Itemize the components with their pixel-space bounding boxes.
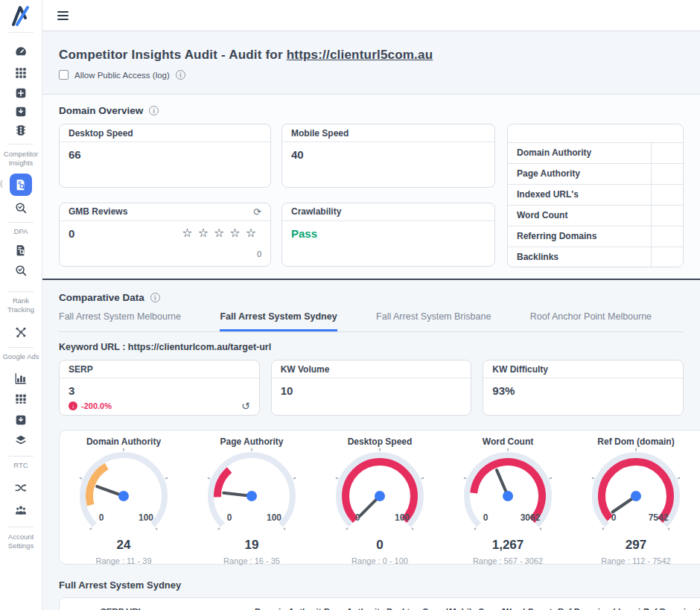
allow-public-access-checkbox[interactable]: [59, 70, 69, 80]
column-header-mobile-speed: Mobile Speed: [449, 607, 504, 610]
reset-icon[interactable]: ↺: [241, 401, 250, 411]
bar-chart-icon[interactable]: [14, 372, 28, 385]
divider: [8, 456, 34, 457]
tab-fall-arrest-melbourne[interactable]: Fall Arrest System Melbourne: [59, 311, 181, 329]
sidebar-group-account-settings: Account Settings: [0, 533, 42, 550]
table-row: Indexed URL's: [508, 184, 683, 205]
import-box-icon[interactable]: [14, 105, 28, 118]
svg-text:100: 100: [395, 512, 410, 523]
column-header-word-count: Word Count: [503, 607, 553, 610]
column-header-desktop-speed: Desktop Speed: [386, 607, 448, 610]
tab-roof-anchor-melbourne[interactable]: Roof Anchor Point Melbourne: [530, 311, 652, 329]
kw-difficulty-card: KW Difficulty 93%: [483, 360, 684, 416]
keyword-url-label: Keyword URL : https://clienturlcom.au/ta…: [59, 342, 684, 352]
shuffle-icon[interactable]: [14, 481, 28, 495]
mobile-speed-card: Mobile Speed 40: [281, 124, 495, 188]
table-row: Referring Domains: [508, 226, 683, 247]
svg-text:3062: 3062: [521, 512, 541, 523]
client-url-link[interactable]: https://clienturl5com.au: [287, 48, 433, 62]
table-header-row: [508, 124, 683, 142]
sidebar-group-rtc: RTC: [13, 461, 28, 470]
kw-volume-card: KW Volume 10: [271, 360, 472, 416]
divider: [8, 32, 34, 33]
serp-value: 3: [69, 384, 74, 397]
crawlability-card: Crawlability Pass: [281, 203, 495, 267]
main-content: Competitor Insights Audit - Audit for ht…: [42, 0, 700, 610]
sidebar: Competitor Insights DPA Rank Tracking Go…: [0, 0, 42, 610]
divider: [8, 222, 34, 223]
full-arrest-heading: Full Arrest System Sydney: [59, 579, 684, 591]
svg-text:0: 0: [355, 512, 360, 523]
app-logo[interactable]: [10, 5, 31, 26]
add-square-icon[interactable]: [14, 86, 28, 100]
table-row: Domain Authority: [508, 142, 683, 163]
keyword-tabs: Fall Arrest System Melbourne Fall Arrest…: [59, 309, 684, 332]
svg-text:0: 0: [611, 512, 617, 523]
table-row: Page Authority: [508, 163, 683, 184]
desktop-speed-card: Desktop Speed 66: [59, 124, 271, 188]
comparative-data-section: Comparative Data i Fall Arrest System Me…: [42, 280, 700, 610]
page-title: Competitor Insights Audit - Audit for ht…: [59, 48, 684, 63]
gauge-domain-authority: Domain Authority 0100 24 Range : 11 - 39: [60, 436, 188, 564]
divider: [8, 144, 34, 144]
import-box-icon[interactable]: [14, 413, 28, 427]
divider: [8, 527, 34, 527]
svg-text:100: 100: [267, 512, 281, 523]
gauge-chart: 0100: [316, 448, 443, 538]
gauges-panel: Domain Authority 0100 24 Range : 11 - 39…: [59, 430, 700, 565]
table-row: Backlinks: [508, 247, 683, 267]
info-icon[interactable]: i: [176, 70, 185, 80]
dpa-audit-icon[interactable]: [14, 244, 28, 257]
search-check-icon[interactable]: [14, 201, 28, 215]
domain-overview-heading: Domain Overview: [59, 105, 143, 116]
sidebar-group-rank-tracking: Rank Tracking: [0, 296, 42, 314]
column-header-domain-authority: Domain Authority: [255, 607, 326, 610]
topbar: [42, 0, 700, 31]
apps-grid-icon[interactable]: [14, 66, 28, 80]
svg-text:0: 0: [99, 512, 104, 523]
mobile-speed-value: 40: [291, 148, 304, 161]
competitor-audit-icon[interactable]: [10, 174, 32, 196]
column-header-ref-domains-page: Ref Domains (Pag: [643, 607, 700, 610]
allow-public-access-label: Allow Public Access (log): [74, 71, 170, 80]
svg-text:100: 100: [139, 512, 153, 523]
svg-text:0: 0: [227, 512, 232, 523]
comparative-data-heading: Comparative Data: [59, 292, 144, 303]
column-header-page-authority: Page Authority: [324, 607, 384, 610]
gauge-page-authority: Page Authority 0100 19 Range : 16 - 35: [188, 436, 316, 564]
info-icon[interactable]: i: [150, 293, 160, 302]
info-icon[interactable]: i: [149, 106, 159, 115]
tab-fall-arrest-sydney[interactable]: Fall Arrest System Sydney: [220, 311, 337, 331]
sidebar-group-competitor-insights: Competitor Insights: [0, 150, 42, 168]
group-icon[interactable]: [14, 503, 28, 517]
speedometer-icon[interactable]: [14, 45, 28, 58]
gauge-chart: 03062: [445, 448, 571, 538]
sidebar-group-dpa: DPA: [14, 227, 28, 236]
network-icon[interactable]: [14, 325, 28, 339]
column-header-url: URL: [126, 607, 144, 610]
gauge-word-count: Word Count 03062 1,267 Range : 567 - 306…: [444, 436, 572, 564]
kw-volume-value: 10: [281, 384, 293, 397]
traffic-light-icon[interactable]: [14, 124, 28, 137]
refresh-icon[interactable]: ⟳: [253, 207, 261, 217]
serp-delta-badge: ↓-200.0%: [69, 401, 112, 410]
column-header-serp: SERP: [101, 607, 124, 610]
page-header: Competitor Insights Audit - Audit for ht…: [42, 31, 700, 95]
svg-text:0: 0: [483, 512, 489, 523]
tab-fall-arrest-brisbane[interactable]: Fall Arrest System Brisbane: [376, 311, 491, 329]
layers-icon[interactable]: [14, 433, 28, 447]
app-window: Competitor Insights DPA Rank Tracking Go…: [0, 0, 700, 610]
gauge-desktop-speed: Desktop Speed 0100 0 Range : 0 - 100: [316, 436, 444, 564]
arrow-down-icon: ↓: [69, 401, 77, 410]
sidebar-group-google-ads: Google Ads: [2, 352, 39, 361]
sidebar-collapse-icon[interactable]: (: [0, 179, 3, 188]
domain-overview-section: Domain Overview i Desktop Speed 66 Mobil…: [42, 95, 700, 280]
gmb-reviews-card: GMB Reviews⟳ 0 ☆☆☆☆☆ 0: [59, 203, 271, 267]
search-check-icon[interactable]: [14, 264, 28, 277]
apps-grid-icon[interactable]: [14, 392, 28, 405]
menu-icon[interactable]: [57, 11, 69, 20]
serp-card: SERP 3 ↓-200.0% ↺: [59, 360, 260, 416]
competitor-table: SERP URL Domain Authority Page Authority…: [59, 597, 700, 610]
gmb-review-count: 0: [257, 250, 261, 258]
gauge-chart: 0100: [188, 448, 315, 538]
